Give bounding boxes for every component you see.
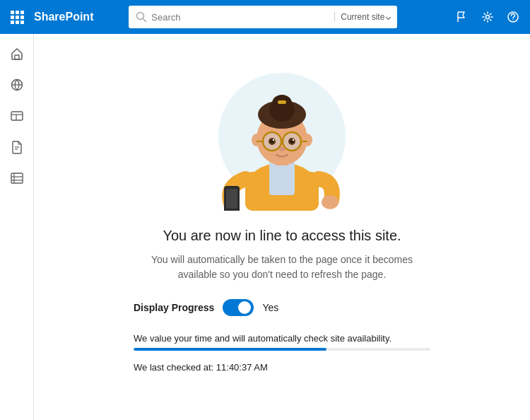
svg-line-1 [143,19,146,22]
display-progress-toggle[interactable] [223,299,254,316]
waffle-menu-button[interactable] [6,6,28,28]
sidebar-item-sites[interactable] [3,71,31,99]
svg-point-2 [486,16,490,19]
sub-text: You will automatically be taken to the p… [134,252,430,282]
list-icon [10,171,24,185]
top-bar-icons [451,6,524,28]
illustration [204,55,360,211]
display-progress-row: Display Progress Yes [134,299,430,316]
sidebar-item-lists[interactable] [3,164,31,192]
sidebar-item-news[interactable] [3,102,31,130]
flag-icon [457,11,468,23]
svg-point-23 [322,195,338,209]
toggle-label: Display Progress [134,302,214,313]
settings-button[interactable] [476,6,499,28]
home-icon [10,47,24,61]
search-scope-label: Current site [341,12,384,22]
document-icon [10,140,24,154]
svg-point-42 [293,139,294,141]
progress-bar-fill [134,348,326,351]
svg-point-41 [273,139,274,141]
last-checked-text: We last checked at: 11:40:37 AM [134,362,430,373]
help-icon [507,11,519,23]
svg-rect-13 [11,173,23,183]
svg-point-4 [512,19,514,21]
search-bar[interactable]: Current site [129,6,397,28]
svg-rect-8 [11,112,23,120]
search-input[interactable] [151,12,330,23]
globe-icon [10,78,24,92]
waffle-grid-icon [11,11,24,24]
svg-rect-22 [226,189,237,209]
news-icon [10,109,24,123]
main-area: You are now in line to access this site.… [0,34,530,420]
svg-rect-5 [15,55,19,59]
svg-rect-29 [278,100,286,104]
flag-button[interactable] [451,6,473,28]
svg-point-30 [252,134,261,146]
progress-section: We value your time and will automaticall… [134,333,430,373]
svg-point-43 [279,147,285,151]
waiting-illustration [204,55,360,211]
toggle-state-label: Yes [262,302,278,313]
search-scope-selector[interactable]: Current site [334,12,390,22]
progress-bar [134,348,430,351]
search-scope-chevron-icon [386,14,391,19]
top-bar: SharePoint Current site [0,0,530,34]
svg-point-31 [302,134,312,146]
sidebar-item-documents[interactable] [3,133,31,161]
sidebar-item-home[interactable] [3,40,31,68]
main-title: You are now in line to access this site. [163,228,401,244]
help-button[interactable] [502,6,524,28]
gear-icon [482,11,493,23]
sidebar [0,34,34,420]
content-area: You are now in line to access this site.… [34,34,530,420]
search-icon [136,11,147,23]
app-name: SharePoint [34,11,93,23]
progress-description: We value your time and will automaticall… [134,333,430,344]
